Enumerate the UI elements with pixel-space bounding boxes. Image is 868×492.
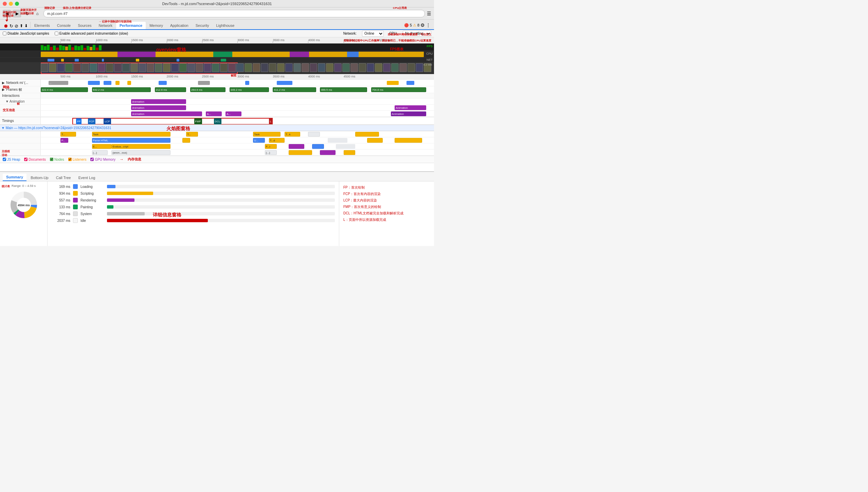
close-button[interactable] (3, 2, 7, 6)
enable-advanced-paint-checkbox[interactable]: Enable advanced paint instrumentation (s… (55, 32, 128, 35)
idle-checkbox[interactable] (73, 218, 78, 223)
flame-row-2: P... Parse HTML U... T...d (0, 137, 434, 143)
animation-label3 (0, 111, 41, 117)
memory-checkboxes-row: JS Heap Documents Nodes Listeners GPU Me… (0, 156, 434, 163)
back-button[interactable]: ◀ (3, 10, 11, 17)
rendering-color (73, 198, 78, 203)
rendering-time: 557 ms (52, 198, 70, 202)
cpu-label: CPU: (389, 32, 397, 35)
upload-button[interactable]: ⬆ (20, 23, 23, 28)
refresh-button[interactable]: ↻ (23, 10, 31, 17)
animation-label1: ▼ Animation (0, 99, 41, 104)
loading-bar-bg (107, 185, 335, 188)
system-time: 764 ms (52, 212, 70, 216)
stat-row-rendering: 557 ms Rendering (52, 198, 335, 203)
scripting-label: Scripting (80, 192, 104, 195)
dcl-annotation: DCL：HTML文档被完全加载和解析完成 (343, 210, 430, 216)
title-bar-text: DevTools - m.jd.com/?sceneval=2&jxsid=15… (162, 2, 272, 6)
refresh-record-button[interactable]: ↻ (10, 23, 13, 29)
svg-text:4594 ms: 4594 ms (18, 204, 30, 207)
animation-label2 (0, 105, 41, 110)
tab-elements[interactable]: Elements (31, 22, 53, 29)
main-thread-label: ▼ Main — https://m.jd.com/?sceneval=2&jx… (1, 126, 111, 130)
bottom-tabs: Summary Bottom-Up Call Tree Event Log (0, 172, 434, 181)
traffic-lights (3, 2, 19, 6)
settings-icon[interactable]: ⚙ (420, 22, 425, 28)
disable-js-samples-checkbox[interactable]: Disable JavaScript samples (3, 32, 49, 35)
clear-button[interactable]: ⊘ (15, 23, 18, 29)
system-color (73, 211, 78, 216)
perf-options-row: Disable JavaScript samples Enable advanc… (0, 30, 434, 37)
more-icon[interactable]: ⋮ (426, 22, 431, 28)
network-timeline-row: ▶ Network m/ (... ... (0, 80, 434, 86)
overview-area: FPS (0, 43, 434, 74)
overview-screenshots[interactable]: 4.2 MB (0, 63, 434, 74)
animation-track2: Animation Animation (41, 105, 434, 110)
tab-memory[interactable]: Memory (146, 22, 166, 29)
fps-label: FPS (427, 45, 433, 48)
tab-sources[interactable]: Sources (74, 22, 95, 29)
devtools-controls: ⏺ ↻ ⊘ ⬆ ⬇ (1, 23, 30, 29)
menu-icon[interactable]: ☰ (427, 11, 431, 16)
scripting-time: 934 ms (52, 192, 70, 195)
bottom-panel: Summary Bottom-Up Call Tree Event Log Ra… (0, 171, 434, 246)
animation-row3: Animation A... A... Animation (0, 111, 434, 117)
scripting-bar-bg (107, 192, 335, 195)
home-button[interactable]: ⌂ (33, 10, 41, 17)
animation-track1: Animation (41, 99, 434, 104)
browser-toolbar: ◀ ▶ ↻ ⌂ m.jd.com #7 ☰ (0, 7, 434, 20)
idle-label: Idle (80, 219, 104, 223)
summary-tab[interactable]: Summary (3, 174, 26, 181)
frames-label[interactable]: ▶ Frames 帧 (0, 86, 41, 93)
listeners-checkbox[interactable]: Listeners (68, 158, 87, 161)
cpu-select[interactable]: No throttling4x slowdown6x slowdown (403, 31, 431, 37)
bottom-content: Range: 0 – 4.59 s (0, 181, 434, 246)
system-label: System (80, 212, 104, 216)
flame-row-4: (...) (anon...ous) (...) (0, 150, 434, 156)
devtools-container: ⏺ ↻ ⊘ ⬆ ⬇ Elements Console Sources Netwo… (0, 20, 434, 246)
network-label[interactable]: ▶ Network m/ (... (0, 80, 41, 86)
download-button[interactable]: ⬇ (24, 23, 28, 28)
heap-memory-label: 4.2 MB (423, 63, 432, 66)
tab-console[interactable]: Console (54, 22, 74, 29)
tab-security[interactable]: Security (192, 22, 213, 29)
maximize-button[interactable] (15, 2, 19, 6)
memory-info-label: 内存信息 (128, 157, 141, 162)
extension-icons: ☰ (427, 11, 431, 16)
nodes-checkbox[interactable]: Nodes (50, 158, 64, 161)
fps-row: FPS (0, 43, 434, 51)
minimize-button[interactable] (9, 2, 13, 6)
event-log-tab[interactable]: Event Log (75, 174, 99, 181)
time-ruler: 500 ms 1000 ms 1500 ms 2000 ms 2500 ms 3… (0, 37, 434, 43)
js-heap-checkbox[interactable]: JS Heap (3, 158, 20, 161)
rendering-label: Rendering (80, 198, 104, 202)
donut-chart-area: Range: 0 – 4.59 s (0, 181, 48, 246)
frames-track: 322.4 ms 642.2 ms 212.6 ms 264.9 ms 349.… (41, 86, 434, 93)
network-select[interactable]: OnlineFast 3GSlow 3GOffline (362, 31, 384, 37)
gpu-memory-checkbox[interactable]: GPU Memory (90, 158, 115, 161)
animation-track3: Animation A... A... Animation (41, 111, 434, 117)
cpu-row: CPU (0, 51, 434, 58)
bottom-up-tab[interactable]: Bottom-Up (27, 174, 52, 181)
interactions-label[interactable]: Interactions (0, 93, 41, 98)
painting-bar-bg (107, 205, 335, 209)
net-label: NET (427, 58, 433, 62)
fcp-annotation: FCP：首次有内容的渲染 (343, 191, 430, 197)
tab-performance[interactable]: Performance (116, 22, 146, 29)
forward-button[interactable]: ▶ (13, 10, 21, 17)
loading-time: 169 ms (52, 185, 70, 189)
tab-network[interactable]: Network (95, 22, 116, 29)
loading-label: Loading (80, 185, 104, 189)
timings-row: Timings FP FCP LCP FMP DCL L (0, 117, 434, 125)
call-tree-tab[interactable]: Call Tree (53, 174, 74, 181)
tab-application[interactable]: Application (167, 22, 192, 29)
painting-label: Painting (80, 205, 104, 209)
interactions-header: Interactions (0, 93, 434, 99)
documents-checkbox[interactable]: Documents (24, 158, 46, 161)
record-button[interactable]: ⏺ (3, 23, 8, 29)
stat-row-painting: 133 ms Painting (52, 205, 335, 209)
address-bar[interactable]: m.jd.com #7 (43, 10, 425, 17)
network-label: Network: (343, 32, 357, 35)
stats-list: 169 ms Loading 934 ms Scripting (48, 181, 339, 246)
tab-lighthouse[interactable]: Lighthouse (213, 22, 238, 29)
